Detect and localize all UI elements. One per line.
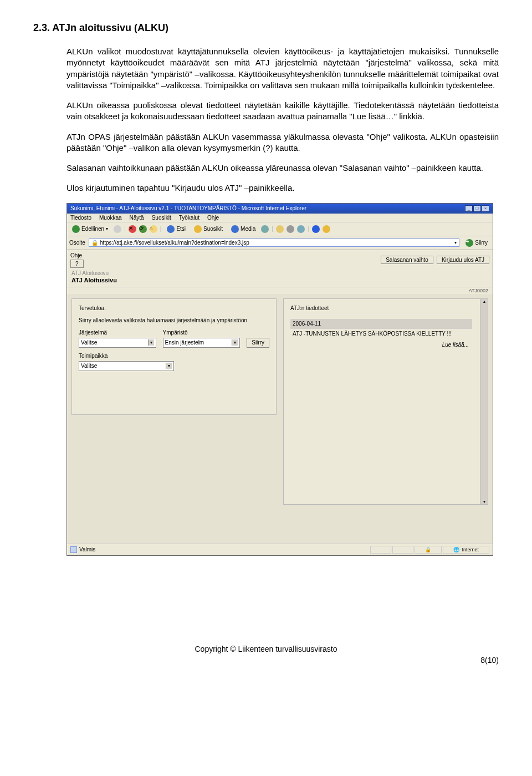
zone-label: Internet: [462, 547, 479, 552]
paragraph-4: Salasanan vaihtoikkunaan päästään ALKUn …: [66, 163, 499, 174]
status-text: Valmis: [79, 546, 95, 552]
media-button[interactable]: Media: [228, 224, 258, 234]
menu-muokkaa[interactable]: Muokkaa: [99, 215, 122, 221]
main-panels: Tervetuloa. Siirry allaolevasta valikost…: [67, 294, 493, 505]
siirry-button[interactable]: Siirry: [247, 338, 269, 348]
paragraph-1: ALKUn valikot muodostuvat käyttäjätunnuk…: [66, 46, 499, 91]
instruction-text: Siirry allaolevasta valikosta haluamaasi…: [79, 317, 269, 324]
maximize-icon[interactable]: □: [473, 205, 481, 212]
window-buttons: _ □ ×: [465, 205, 489, 212]
browser-statusbar: Valmis 🔒 🌐 Internet: [67, 544, 493, 555]
back-label: Edellinen: [81, 226, 104, 232]
page-icon: [70, 546, 77, 553]
page-footer-copyright: Copyright © Liikenteen turvallisuusviras…: [33, 645, 499, 653]
embedded-screenshot: Sukunimi, Etunimi - ATJ-Aloitussivu v2.1…: [66, 203, 493, 556]
menu-suosikit[interactable]: Suosikit: [152, 215, 171, 221]
home-icon[interactable]: ⌂: [150, 225, 157, 233]
menu-ohje[interactable]: Ohje: [207, 215, 219, 221]
status-cell: [392, 546, 413, 554]
search-label: Etsi: [176, 226, 186, 232]
media-label: Media: [241, 226, 255, 232]
favorites-button[interactable]: Suosikit: [191, 224, 226, 234]
refresh-icon[interactable]: ⟳: [139, 225, 147, 233]
ymparisto-label: Ympäristö: [163, 329, 241, 337]
change-password-button[interactable]: Salasanan vaihto: [381, 256, 433, 264]
chevron-down-icon: ▾: [166, 363, 172, 369]
globe-icon: 🌐: [453, 547, 459, 552]
logout-button[interactable]: Kirjaudu ulos ATJ: [437, 256, 489, 264]
go-label: Siirry: [475, 240, 488, 246]
media-icon: [231, 225, 239, 233]
status-cell: [370, 546, 391, 554]
paragraph-2: ALKUn oikeassa puoliskossa olevat tiedot…: [66, 100, 499, 123]
chevron-down-icon: ▾: [148, 339, 154, 346]
mail-icon[interactable]: [276, 225, 284, 233]
bluetooth-icon[interactable]: [312, 225, 320, 233]
back-icon: [72, 225, 80, 233]
stop-icon[interactable]: ✕: [129, 225, 136, 233]
ymparisto-value: Ensin järjestelm: [165, 339, 204, 347]
toimipaikka-label: Toimipaikka: [79, 352, 174, 360]
go-icon: ➜: [466, 239, 473, 247]
favorites-label: Suosikit: [203, 226, 223, 232]
jarjestelma-select[interactable]: Valitse ▾: [79, 338, 156, 348]
page-code: ATJ0002: [67, 287, 493, 294]
browser-titlebar: Sukunimi, Etunimi - ATJ-Aloitussivu v2.1…: [67, 204, 493, 214]
tiedotteet-title: ATJ:n tiedotteet: [290, 305, 472, 312]
lock-icon: 🔒: [91, 240, 98, 246]
ymparisto-select[interactable]: Ensin järjestelm ▾: [163, 338, 241, 348]
help-button[interactable]: ?: [70, 260, 84, 268]
go-button[interactable]: ➜ Siirry: [463, 238, 490, 248]
scrollbar[interactable]: ▴▾: [480, 298, 488, 505]
star-icon: [194, 225, 202, 233]
app-top-bar: Ohje ? Salasanan vaihto Kirjaudu ulos AT…: [67, 250, 493, 270]
toimipaikka-value: Valitse: [81, 362, 97, 370]
ohje-menu[interactable]: Ohje: [70, 252, 84, 258]
print-icon[interactable]: [287, 225, 294, 233]
search-button[interactable]: Etsi: [164, 224, 188, 234]
toimipaikka-select[interactable]: Valitse ▾: [79, 361, 174, 371]
tiedote-text: ATJ -TUNNUSTEN LÄHETYS SÄHKÖPOSTISSA KIE…: [290, 329, 472, 339]
menu-tiedosto[interactable]: Tiedosto: [70, 215, 91, 221]
menu-nayta[interactable]: Näytä: [130, 215, 144, 221]
welcome-text: Tervetuloa.: [79, 305, 269, 312]
messenger-icon[interactable]: [323, 225, 330, 233]
lue-lisaa-link[interactable]: Lue lisää...: [290, 341, 472, 349]
minimize-icon[interactable]: _: [465, 205, 473, 212]
page-number: 8(10): [33, 656, 499, 665]
panel-spacer: [67, 505, 493, 544]
forward-icon[interactable]: [114, 225, 121, 233]
status-zone: 🌐 Internet: [443, 546, 489, 554]
browser-toolbar: Edellinen ▾ | ✕ ⟳ ⌂ | Etsi Suosikit Medi…: [67, 222, 493, 236]
paragraph-5: Ulos kirjautuminen tapahtuu "Kirjaudu ul…: [66, 182, 499, 194]
address-label: Osoite: [69, 240, 85, 246]
back-button[interactable]: Edellinen ▾: [69, 224, 111, 234]
close-icon[interactable]: ×: [482, 205, 489, 212]
address-bar: Osoite 🔒 https://atj.ake.fi/sovellukset/…: [67, 236, 493, 250]
right-panel: ▴▾ ATJ:n tiedotteet 2006-04-11 ATJ -TUNN…: [283, 298, 488, 505]
history-icon[interactable]: [261, 225, 269, 233]
paragraph-3: ATJn OPAS järjestelmään päästään ALKUn v…: [66, 131, 499, 154]
page-title: ATJ Aloitussivu: [67, 277, 493, 287]
chevron-down-icon: ▾: [232, 339, 238, 346]
url-text: https://atj.ake.fi/sovellukset/alku/main…: [100, 240, 249, 246]
jarjestelma-value: Valitse: [81, 339, 97, 347]
edit-icon[interactable]: [297, 225, 305, 233]
tiedote-date: 2006-04-11: [290, 319, 472, 329]
jarjestelma-label: Järjestelmä: [79, 329, 156, 337]
section-heading: 2.3. ATJn aloitussivu (ALKU): [33, 22, 499, 34]
left-panel: Tervetuloa. Siirry allaolevasta valikost…: [71, 298, 277, 415]
address-field[interactable]: 🔒 https://atj.ake.fi/sovellukset/alku/ma…: [89, 239, 459, 247]
search-icon: [167, 225, 175, 233]
menu-tyokalut[interactable]: Työkalut: [179, 215, 200, 221]
status-lock: 🔒: [415, 546, 442, 554]
browser-title: Sukunimi, Etunimi - ATJ-Aloitussivu v2.1…: [70, 205, 306, 211]
breadcrumb: ATJ Aloitussivu: [67, 270, 493, 277]
browser-menubar: Tiedosto Muokkaa Näytä Suosikit Työkalut…: [67, 214, 493, 222]
